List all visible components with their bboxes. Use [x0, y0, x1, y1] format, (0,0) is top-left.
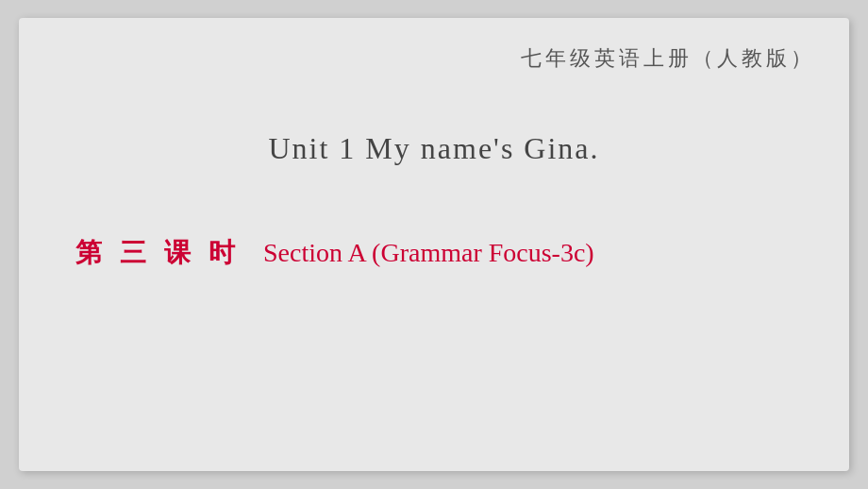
slide: 七年级英语上册（人教版） Unit 1 My name's Gina. 第 三 …	[19, 18, 849, 471]
unit-title: Unit 1 My name's Gina.	[19, 131, 849, 166]
lesson-row: 第 三 课 时 Section A (Grammar Focus-3c)	[75, 235, 594, 271]
lesson-english: Section A (Grammar Focus-3c)	[263, 238, 594, 268]
lesson-chinese: 第 三 课 时	[75, 235, 241, 271]
book-title: 七年级英语上册（人教版）	[521, 44, 815, 73]
